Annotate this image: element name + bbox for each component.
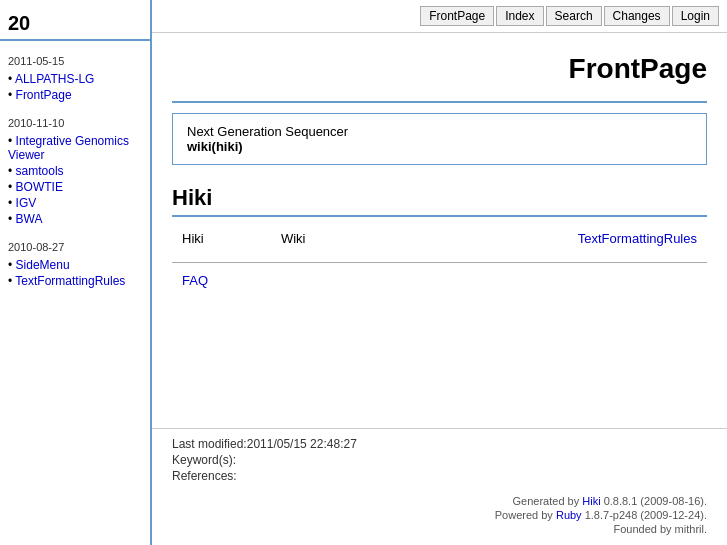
wiki-hiki-label: wiki(hiki) xyxy=(187,139,692,154)
sidebar-link-sidemenu[interactable]: SideMenu xyxy=(16,258,70,272)
footer-generated: Generated by Hiki 0.8.8.1 (2009-08-16). … xyxy=(152,489,727,545)
sidebar-link-igv-full[interactable]: Integrative Genomics Viewer xyxy=(8,134,129,162)
table-row: Hiki Wiki TextFormattingRules xyxy=(172,225,707,252)
main-content: FrontPage Index Search Changes Login Fro… xyxy=(152,0,727,545)
list-item: BOWTIE xyxy=(8,179,150,195)
sidebar-list-3: SideMenu TextFormattingRules xyxy=(0,257,150,289)
list-item: BWA xyxy=(8,211,150,227)
hiki-link[interactable]: Hiki xyxy=(582,495,600,507)
faq-section: FAQ xyxy=(182,273,697,288)
references-label: References: xyxy=(172,469,237,483)
sidebar-link-bwa[interactable]: BWA xyxy=(16,212,43,226)
keywords: Keyword(s): xyxy=(172,453,707,467)
nav-login[interactable]: Login xyxy=(672,6,719,26)
nav-search[interactable]: Search xyxy=(546,6,602,26)
sidebar-link-samtools[interactable]: samtools xyxy=(16,164,64,178)
page-title: FrontPage xyxy=(172,43,707,103)
table-divider xyxy=(172,262,707,263)
list-item: FrontPage xyxy=(8,87,150,103)
list-item: SideMenu xyxy=(8,257,150,273)
references: References: xyxy=(172,469,707,483)
sidebar-date-1: 2011-05-15 xyxy=(0,47,150,71)
textformattingrules-link[interactable]: TextFormattingRules xyxy=(578,231,697,246)
sidebar-date-3: 2010-08-27 xyxy=(0,233,150,257)
hiki-heading: Hiki xyxy=(172,179,707,217)
sidebar-section-2: 2010-11-10 Integrative Genomics Viewer s… xyxy=(0,109,150,227)
hiki-table: Hiki Wiki TextFormattingRules xyxy=(172,225,707,252)
faq-link[interactable]: FAQ xyxy=(182,273,208,288)
sidebar: 20 2011-05-15 ALLPATHS-LG FrontPage 2010… xyxy=(0,0,152,545)
sidebar-link-igv[interactable]: IGV xyxy=(16,196,37,210)
sidebar-section-1: 2011-05-15 ALLPATHS-LG FrontPage xyxy=(0,47,150,103)
nav-index[interactable]: Index xyxy=(496,6,543,26)
sidebar-date-2: 2010-11-10 xyxy=(0,109,150,133)
sidebar-link-bowtie[interactable]: BOWTIE xyxy=(16,180,63,194)
list-item: TextFormattingRules xyxy=(8,273,150,289)
nav-changes[interactable]: Changes xyxy=(604,6,670,26)
sidebar-link-textformatting[interactable]: TextFormattingRules xyxy=(15,274,125,288)
founded-text: Founded by mithril. xyxy=(172,523,707,535)
sidebar-link-frontpage[interactable]: FrontPage xyxy=(16,88,72,102)
page-content: FrontPage Next Generation Sequencer wiki… xyxy=(152,33,727,428)
list-item: IGV xyxy=(8,195,150,211)
list-item: Integrative Genomics Viewer xyxy=(8,133,150,163)
sidebar-section-3: 2010-08-27 SideMenu TextFormattingRules xyxy=(0,233,150,289)
sidebar-list-2: Integrative Genomics Viewer samtools BOW… xyxy=(0,133,150,227)
list-item: ALLPATHS-LG xyxy=(8,71,150,87)
ruby-link[interactable]: Ruby xyxy=(556,509,582,521)
nav-frontpage[interactable]: FrontPage xyxy=(420,6,494,26)
top-navigation: FrontPage Index Search Changes Login xyxy=(152,0,727,33)
last-modified-value: 2011/05/15 22:48:27 xyxy=(247,437,357,451)
footer-meta: Last modified:2011/05/15 22:48:27 Keywor… xyxy=(152,428,727,489)
sidebar-number: 20 xyxy=(0,8,150,41)
sidebar-list-1: ALLPATHS-LG FrontPage xyxy=(0,71,150,103)
sidebar-link-allpaths[interactable]: ALLPATHS-LG xyxy=(15,72,95,86)
table-cell-wiki: Wiki xyxy=(271,225,377,252)
ngs-label: Next Generation Sequencer xyxy=(187,124,692,139)
powered-text: Powered by Ruby 1.8.7-p248 (2009-12-24). xyxy=(172,509,707,521)
keywords-label: Keyword(s): xyxy=(172,453,236,467)
last-modified-label: Last modified: xyxy=(172,437,247,451)
table-cell-hiki: Hiki xyxy=(172,225,271,252)
list-item: samtools xyxy=(8,163,150,179)
table-cell-textformatting: TextFormattingRules xyxy=(377,225,707,252)
ngs-section: Next Generation Sequencer wiki(hiki) xyxy=(172,113,707,165)
generated-text: Generated by Hiki 0.8.8.1 (2009-08-16). xyxy=(172,495,707,507)
last-modified: Last modified:2011/05/15 22:48:27 xyxy=(172,437,707,451)
